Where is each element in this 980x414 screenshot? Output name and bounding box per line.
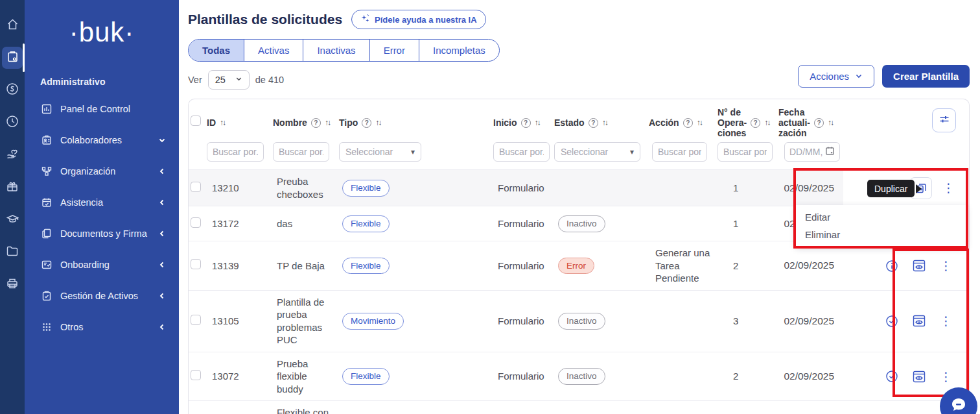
- status-tabs: Todas Activas Inactivas Error Incompleta…: [188, 39, 500, 62]
- rail-payroll[interactable]: [0, 74, 25, 106]
- filter-id-input[interactable]: [207, 142, 264, 162]
- kebab-menu-icon[interactable]: ⋮: [940, 315, 952, 327]
- sidebar-item-label: Gestión de Activos: [60, 291, 138, 301]
- page-size-select[interactable]: 25: [208, 70, 250, 90]
- preview-icon[interactable]: [913, 371, 926, 383]
- table-header-row: ID↑↓ Nombre?↑↓ Tipo?↑↓ Inicio?↑↓ Estado?…: [189, 99, 969, 138]
- sidebar-item-onboarding[interactable]: Onboarding: [25, 249, 179, 280]
- row-checkbox[interactable]: [191, 259, 201, 269]
- table-row[interactable]: 13139 TP de Baja Flexible Formulario Err…: [189, 241, 969, 290]
- menu-item-editar[interactable]: Editar: [796, 212, 966, 223]
- kebab-menu-icon[interactable]: ⋮: [942, 182, 955, 194]
- kebab-menu-icon[interactable]: ⋮: [940, 260, 952, 272]
- rail-selected-bar: [23, 43, 25, 72]
- id-badge-icon: [41, 135, 52, 145]
- row-checkbox[interactable]: [191, 315, 201, 325]
- sort-icon[interactable]: ↑↓: [220, 118, 225, 127]
- col-estado: Estado: [554, 117, 585, 128]
- table-row[interactable]: 13210 Preuba checboxes Flexible Formular…: [189, 169, 969, 206]
- sidebar-item-label: Documentos y Firma: [60, 228, 147, 239]
- filter-estado-select[interactable]: Seleccionar▾: [554, 142, 640, 162]
- kebab-menu-icon[interactable]: ⋮: [940, 371, 952, 383]
- documents-icon: [41, 228, 52, 239]
- rail-archive[interactable]: [0, 269, 25, 301]
- tab-incompletas[interactable]: Incompletas: [419, 40, 499, 61]
- sidebar-item-documentos-y-firma[interactable]: Documentos y Firma: [25, 218, 179, 249]
- check-circle-icon[interactable]: [885, 315, 898, 328]
- dollar-circle-icon: [6, 82, 19, 98]
- help-icon[interactable]: ?: [814, 118, 824, 128]
- rail-time[interactable]: [0, 106, 25, 139]
- select-all-checkbox[interactable]: [191, 116, 201, 126]
- row-operaciones: 2: [718, 254, 778, 278]
- rail-gifts[interactable]: [0, 171, 25, 204]
- sort-icon[interactable]: ↑↓: [325, 118, 330, 127]
- help-icon[interactable]: ?: [751, 118, 760, 128]
- filter-nombre-input[interactable]: [273, 142, 329, 162]
- filter-accion-input[interactable]: [652, 142, 707, 162]
- acciones-button[interactable]: Acciones: [798, 65, 874, 88]
- row-id: 13072: [207, 365, 273, 388]
- sidebar-item-organizacion[interactable]: Organización: [25, 156, 179, 187]
- tab-activas[interactable]: Activas: [244, 40, 303, 61]
- chevron-left-icon: [158, 323, 166, 331]
- row-checkbox[interactable]: [191, 217, 201, 228]
- sidebar-item-panel-de-control[interactable]: Panel de Control: [25, 93, 179, 125]
- chevron-left-icon: [158, 230, 166, 237]
- sidebar-item-colaboradores[interactable]: Colaboradores: [25, 125, 179, 156]
- tab-todas[interactable]: Todas: [189, 40, 244, 61]
- sidebar-item-gestion-de-activos[interactable]: Gestión de Activos: [25, 280, 179, 311]
- col-accion: Acción: [649, 117, 679, 128]
- check-circle-icon[interactable]: [885, 370, 898, 383]
- sidebar-item-label: Colaboradores: [60, 135, 122, 145]
- tab-error[interactable]: Error: [370, 40, 419, 61]
- sort-icon[interactable]: ↑↓: [697, 118, 702, 127]
- help-icon[interactable]: ?: [362, 118, 371, 128]
- preview-icon[interactable]: [913, 260, 926, 272]
- info-icon[interactable]: [885, 260, 898, 273]
- chevron-left-icon: [158, 261, 166, 269]
- sort-icon[interactable]: ↑↓: [764, 118, 769, 127]
- preview-icon[interactable]: [913, 315, 926, 327]
- sidebar-item-asistencia[interactable]: Asistencia: [25, 187, 179, 218]
- help-icon[interactable]: ?: [589, 118, 598, 128]
- sort-icon[interactable]: ↑↓: [828, 118, 833, 127]
- column-settings-button[interactable]: [932, 108, 956, 132]
- tooltip-arrow: [916, 184, 922, 193]
- rail-documents[interactable]: [0, 236, 25, 269]
- filter-operaciones-input[interactable]: [718, 142, 773, 162]
- rail-benefits[interactable]: [0, 139, 25, 171]
- help-icon[interactable]: ?: [521, 118, 531, 128]
- row-checkbox[interactable]: [191, 182, 201, 192]
- sort-icon[interactable]: ↑↓: [602, 118, 607, 127]
- sort-icon[interactable]: ↑↓: [535, 118, 540, 127]
- crear-plantilla-button[interactable]: Crear Plantilla: [882, 65, 970, 88]
- menu-item-eliminar[interactable]: Eliminar: [796, 229, 966, 240]
- ai-help-label: Pídele ayuda a nuestra IA: [375, 15, 477, 25]
- tab-inactivas[interactable]: Inactivas: [303, 40, 369, 61]
- filter-inicio-input[interactable]: [493, 142, 550, 162]
- rail-home[interactable]: [0, 9, 25, 42]
- chevron-down-icon: ▾: [411, 147, 415, 156]
- help-icon[interactable]: ?: [683, 118, 693, 128]
- help-icon[interactable]: ?: [311, 118, 321, 128]
- sort-icon[interactable]: ↑↓: [375, 118, 380, 127]
- sidebar-item-otros[interactable]: Otros: [25, 311, 179, 343]
- tipo-badge: Flexible: [342, 180, 390, 197]
- ai-help-button[interactable]: Pídele ayuda a nuestra IA: [351, 10, 486, 29]
- row-fecha: 02/09/2025: [778, 310, 843, 333]
- row-fecha: 02/09/2025: [778, 177, 843, 200]
- rail-requests[interactable]: [0, 42, 25, 74]
- chevron-left-icon: [158, 167, 166, 175]
- table-row[interactable]: 13105 Plantilla de prueba problemas PUC …: [189, 290, 969, 352]
- table-row[interactable]: 13072 Prueba flexible buddy Flexible For…: [189, 352, 969, 401]
- tipo-badge: Movimiento: [342, 313, 404, 330]
- sparkle-icon: [360, 14, 370, 25]
- filter-fecha-input[interactable]: DD/MM,: [784, 142, 840, 162]
- row-checkbox[interactable]: [191, 370, 201, 380]
- total-label: de 410: [255, 75, 284, 85]
- table-row[interactable]: 13039 Flexible con 2 aprobaciones Flexib…: [189, 400, 969, 414]
- filter-tipo-select[interactable]: Seleccionar▾: [339, 142, 421, 162]
- row-operaciones: 3: [718, 310, 778, 333]
- rail-training[interactable]: [0, 204, 25, 236]
